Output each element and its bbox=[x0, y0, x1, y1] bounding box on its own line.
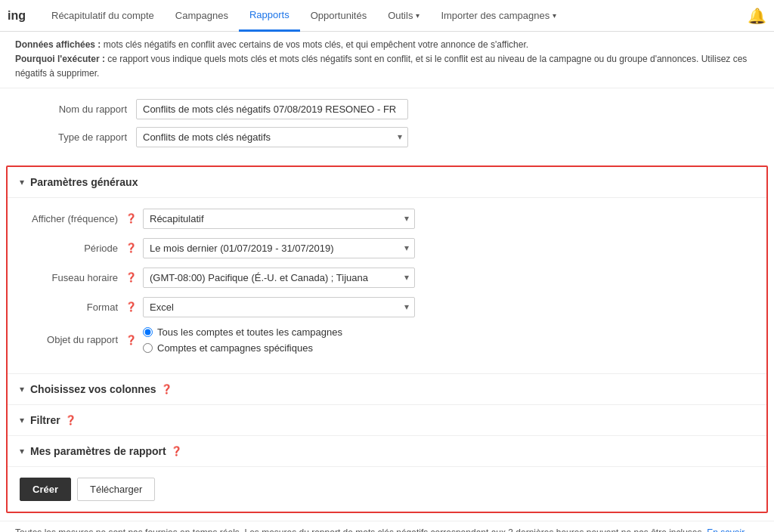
type-rapport-select-wrap: Conflits de mots clés négatifs ▾ bbox=[136, 127, 408, 147]
fuseau-select-wrap: (GMT-08:00) Pacifique (É.-U. et Canada) … bbox=[143, 268, 415, 288]
nav-item-importer[interactable]: Importer des campagnes ▾ bbox=[430, 0, 567, 32]
mes-params-help-icon[interactable]: ❓ bbox=[171, 446, 182, 456]
info-line2: Pourquoi l'exécuter : ce rapport vous in… bbox=[15, 52, 759, 66]
objet-radio-tous-label: Tous les comptes et toutes les campagnes bbox=[157, 326, 342, 338]
objet-radio-group: Tous les comptes et toutes les campagnes… bbox=[143, 326, 342, 354]
objet-radio-tous[interactable]: Tous les comptes et toutes les campagnes bbox=[143, 326, 342, 338]
download-button[interactable]: Télécharger bbox=[77, 478, 155, 501]
info-area: Données affichées : mots clés négatifs e… bbox=[0, 32, 774, 88]
format-select-wrap: Excel CSV TSV XML ▾ bbox=[143, 297, 415, 317]
format-label: Format bbox=[20, 302, 125, 313]
nom-rapport-input[interactable] bbox=[136, 99, 408, 119]
type-rapport-label: Type de rapport bbox=[15, 131, 136, 143]
parametres-generaux-header[interactable]: ▾ Paramètres généraux bbox=[8, 167, 766, 198]
nav-item-rapports[interactable]: Rapports bbox=[239, 0, 300, 32]
format-select[interactable]: Excel CSV TSV XML bbox=[143, 297, 415, 317]
nav-item-campagnes[interactable]: Campagnes bbox=[165, 0, 239, 32]
objet-radio-tous-input[interactable] bbox=[143, 327, 153, 337]
collapse-icon: ▾ bbox=[20, 177, 24, 187]
type-rapport-select[interactable]: Conflits de mots clés négatifs bbox=[136, 127, 408, 147]
buttons-row: Créer Télécharger bbox=[8, 467, 766, 512]
afficher-help-icon[interactable]: ❓ bbox=[125, 213, 137, 224]
form-section: Nom du rapport Type de rapport Conflits … bbox=[0, 88, 774, 165]
parametres-generaux-content: Afficher (fréquence) ❓ Récapitulatif Quo… bbox=[8, 198, 766, 374]
objet-help-icon[interactable]: ❓ bbox=[125, 335, 137, 345]
mes-params-section[interactable]: ▾ Mes paramètres de rapport ❓ bbox=[8, 436, 766, 467]
objet-label: Objet du rapport bbox=[20, 334, 125, 345]
footer-note: Toutes les mesures ne sont pas fournies … bbox=[0, 521, 774, 532]
collapse-icon: ▾ bbox=[20, 384, 24, 394]
collapse-icon: ▾ bbox=[20, 415, 24, 425]
nav-item-recapitulatif[interactable]: Récapitulatif du compte bbox=[41, 0, 165, 32]
colonnes-title: Choisissez vos colonnes bbox=[30, 383, 156, 395]
filtrer-title: Filtrer bbox=[30, 414, 60, 426]
type-rapport-row: Type de rapport Conflits de mots clés né… bbox=[15, 127, 759, 147]
colonnes-help-icon[interactable]: ❓ bbox=[161, 384, 172, 394]
objet-radio-specifiques[interactable]: Comptes et campagnes spécifiques bbox=[143, 342, 342, 354]
chevron-down-icon: ▾ bbox=[553, 11, 556, 20]
info-line1: Données affichées : mots clés négatifs e… bbox=[15, 38, 759, 52]
create-button[interactable]: Créer bbox=[20, 478, 71, 501]
afficher-row: Afficher (fréquence) ❓ Récapitulatif Quo… bbox=[8, 209, 766, 229]
periode-row: Période ❓ Le mois dernier (01/07/2019 - … bbox=[8, 238, 766, 258]
nav-bar: ing Récapitulatif du compte Campagnes Ra… bbox=[0, 0, 774, 32]
objet-radio-specifiques-input[interactable] bbox=[143, 343, 153, 353]
nav-item-outils[interactable]: Outils ▾ bbox=[377, 0, 430, 32]
afficher-select[interactable]: Récapitulatif Quotidien Hebdomadaire Men… bbox=[143, 209, 415, 229]
filtrer-help-icon[interactable]: ❓ bbox=[65, 415, 76, 425]
collapse-icon: ▾ bbox=[20, 446, 24, 456]
format-help-icon[interactable]: ❓ bbox=[125, 302, 137, 312]
format-row: Format ❓ Excel CSV TSV XML ▾ bbox=[8, 297, 766, 317]
filtrer-section[interactable]: ▾ Filtrer ❓ bbox=[8, 405, 766, 436]
periode-label: Période bbox=[20, 243, 125, 254]
colonnes-section[interactable]: ▾ Choisissez vos colonnes ❓ bbox=[8, 374, 766, 405]
objet-radio-specifiques-label: Comptes et campagnes spécifiques bbox=[157, 342, 313, 354]
bell-icon[interactable]: 🔔 bbox=[748, 7, 766, 25]
afficher-select-wrap: Récapitulatif Quotidien Hebdomadaire Men… bbox=[143, 209, 415, 229]
info-line3: négatifs à supprimer. bbox=[15, 66, 759, 81]
nav-item-opportunites[interactable]: Opportunités bbox=[300, 0, 377, 32]
parameters-panel: ▾ Paramètres généraux Afficher (fréquenc… bbox=[6, 165, 768, 513]
chevron-down-icon: ▾ bbox=[416, 11, 420, 20]
periode-select[interactable]: Le mois dernier (01/07/2019 - 31/07/2019… bbox=[143, 238, 415, 258]
objet-row: Objet du rapport ❓ Tous les comptes et t… bbox=[8, 326, 766, 354]
fuseau-label: Fuseau horaire bbox=[20, 272, 125, 283]
nom-rapport-row: Nom du rapport bbox=[15, 99, 759, 119]
nav-brand: ing bbox=[8, 9, 26, 23]
fuseau-select[interactable]: (GMT-08:00) Pacifique (É.-U. et Canada) … bbox=[143, 268, 415, 288]
periode-select-wrap: Le mois dernier (01/07/2019 - 31/07/2019… bbox=[143, 238, 415, 258]
footer-text: Toutes les mesures ne sont pas fournies … bbox=[15, 527, 704, 532]
fuseau-help-icon[interactable]: ❓ bbox=[125, 272, 137, 283]
parametres-generaux-title: Paramètres généraux bbox=[30, 176, 138, 188]
mes-params-title: Mes paramètres de rapport bbox=[30, 445, 166, 457]
periode-help-icon[interactable]: ❓ bbox=[125, 243, 137, 253]
nom-rapport-label: Nom du rapport bbox=[15, 104, 136, 115]
afficher-label: Afficher (fréquence) bbox=[20, 213, 125, 224]
fuseau-row: Fuseau horaire ❓ (GMT-08:00) Pacifique (… bbox=[8, 268, 766, 288]
